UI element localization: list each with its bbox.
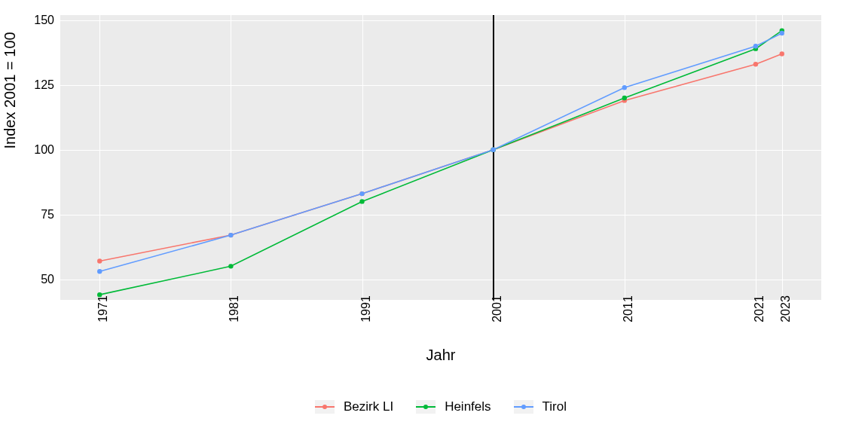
legend-label: Bezirk LI <box>344 399 393 414</box>
series-point <box>97 269 102 274</box>
series-point <box>780 31 784 35</box>
legend-key-icon <box>315 400 335 414</box>
series-point <box>753 44 758 48</box>
series-point <box>622 85 627 90</box>
x-axis-title: Jahr <box>60 347 821 364</box>
series-point <box>359 191 364 196</box>
series-point <box>753 62 758 66</box>
series-point <box>622 96 627 100</box>
chart-container: Index 2001 = 100 5075100125150 197119811… <box>0 0 868 434</box>
series-point <box>359 199 364 203</box>
plot-panel <box>60 15 821 300</box>
x-tick-label: 1971 <box>96 295 110 322</box>
legend-key-icon <box>514 400 533 414</box>
legend-label: Heinfels <box>445 399 491 414</box>
y-tick-label: 150 <box>9 14 54 27</box>
legend: Bezirk LIHeinfelsTirol <box>60 392 821 422</box>
y-tick-label: 125 <box>9 78 54 92</box>
series-point <box>97 258 102 263</box>
legend-item: Tirol <box>514 399 567 414</box>
x-tick-label: 2023 <box>779 295 793 322</box>
plot-lines <box>60 15 821 300</box>
series-point <box>780 51 784 56</box>
x-tick-label: 2001 <box>491 295 504 322</box>
x-axis-title-text: Jahr <box>426 347 456 363</box>
y-tick-label: 100 <box>9 143 54 157</box>
series-line <box>99 54 782 261</box>
legend-item: Heinfels <box>416 399 491 414</box>
legend-key-icon <box>416 400 436 414</box>
y-tick-label: 75 <box>9 208 54 222</box>
x-tick-label: 2011 <box>622 295 635 322</box>
x-tick-label: 1981 <box>228 295 241 322</box>
series-point <box>228 264 233 268</box>
legend-label: Tirol <box>542 399 567 414</box>
series-point <box>228 233 233 237</box>
series-line <box>99 33 782 271</box>
x-tick-label: 2021 <box>753 295 766 322</box>
x-tick-label: 1991 <box>359 295 373 322</box>
y-tick-label: 50 <box>9 273 54 286</box>
legend-item: Bezirk LI <box>315 399 393 414</box>
series-point <box>491 147 495 151</box>
